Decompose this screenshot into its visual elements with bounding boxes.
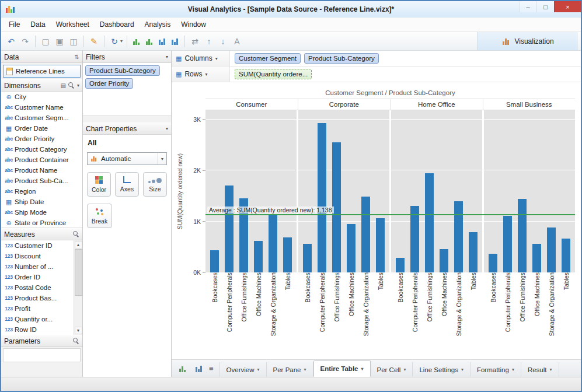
tab-formatting[interactable]: Formatting▾: [471, 362, 521, 377]
sort-ascending-icon[interactable]: ↑: [203, 35, 215, 48]
measures-scrollbar[interactable]: ▲ ▼: [74, 240, 82, 335]
dimension-customer-segm[interactable]: abcCustomer Segm...: [1, 113, 82, 123]
measure-postal-code[interactable]: 123Postal Code: [1, 282, 74, 293]
columns-shelf-header[interactable]: ▦ Columns ▾: [172, 51, 230, 66]
new-worksheet-icon[interactable]: ▢: [39, 35, 52, 48]
chevron-down-icon[interactable]: ▾: [77, 83, 79, 88]
scrollbar-thumb[interactable]: [75, 249, 82, 296]
break-button[interactable]: Break: [87, 204, 112, 228]
dimension-product-sub-ca[interactable]: abcProduct Sub-Ca...: [1, 176, 82, 186]
search-icon[interactable]: [73, 231, 79, 237]
search-icon[interactable]: [68, 82, 75, 89]
menu-item-analysis[interactable]: Analysis: [140, 19, 176, 30]
dimension-city[interactable]: ⊕City: [1, 92, 82, 102]
mini-barchart-icon-1[interactable]: [133, 38, 141, 45]
tab-per-pane[interactable]: Per Pane▾: [267, 362, 313, 377]
dimension-order-date[interactable]: ▦Order Date: [1, 123, 82, 134]
bar-home-office-tables[interactable]: [469, 232, 478, 272]
dimension-product-name[interactable]: abcProduct Name: [1, 165, 82, 176]
bar-small-business-bookcases[interactable]: [489, 254, 497, 272]
tab-per-cell[interactable]: Per Cell▾: [371, 362, 413, 377]
bar-small-business-office-machines[interactable]: [532, 244, 541, 272]
bar-home-office-storage-organization[interactable]: [454, 201, 463, 272]
measure-number-of[interactable]: 123Number of ...: [1, 261, 74, 272]
swap-axes-icon[interactable]: ⇄: [189, 35, 201, 48]
measure-row-id[interactable]: 123Row ID: [1, 324, 74, 335]
chevron-down-icon[interactable]: ▾: [166, 126, 168, 131]
reference-line[interactable]: [205, 214, 575, 215]
bar-consumer-bookcases[interactable]: [210, 250, 219, 272]
updown-icon[interactable]: ⇅: [75, 54, 79, 60]
bar-small-business-tables[interactable]: [562, 239, 570, 272]
bar-corporate-bookcases[interactable]: [303, 244, 312, 272]
mini-barchart-icon-4[interactable]: [171, 38, 179, 45]
dimension-ship-mode[interactable]: abcShip Mode: [1, 207, 82, 218]
bar-corporate-computer-peripherals[interactable]: [318, 123, 326, 272]
dimension-product-category[interactable]: abcProduct Category: [1, 144, 82, 155]
scroll-down-icon[interactable]: ▼: [75, 327, 82, 334]
sort-descending-icon[interactable]: ↓: [217, 35, 229, 48]
bar-consumer-storage-organization[interactable]: [269, 215, 277, 272]
rows-pill-sum-quantity-ordere[interactable]: SUM(Quantity ordere...: [235, 69, 312, 79]
datasource-item[interactable]: Reference Lines: [3, 65, 81, 78]
axes-button[interactable]: Axes: [115, 172, 139, 197]
duplicate-view-icon[interactable]: [195, 365, 203, 372]
bar-home-office-office-furnishings[interactable]: [425, 173, 434, 272]
bar-corporate-office-machines[interactable]: [347, 224, 356, 272]
dimension-region[interactable]: abcRegion: [1, 186, 82, 197]
color-button[interactable]: Color: [87, 172, 111, 197]
columns-pill-customer-segment[interactable]: Customer Segment: [235, 53, 301, 64]
bar-consumer-computer-peripherals[interactable]: [225, 186, 234, 272]
menu-item-file[interactable]: File: [4, 19, 25, 30]
undo-icon[interactable]: ↶: [5, 35, 18, 48]
refresh-dropdown-icon[interactable]: ▾: [120, 38, 123, 44]
bar-small-business-computer-peripherals[interactable]: [503, 216, 512, 272]
search-icon[interactable]: [73, 338, 79, 344]
columns-pill-product-sub-category[interactable]: Product Sub-Category: [304, 53, 379, 64]
menu-item-dashboard[interactable]: Dashboard: [95, 19, 140, 30]
mini-barchart-icon-3[interactable]: [158, 38, 166, 45]
list-view-icon[interactable]: ≡: [209, 364, 214, 373]
minimize-button[interactable]: –: [519, 1, 536, 12]
measure-discount[interactable]: 123Discount: [1, 251, 74, 261]
measure-product-bas[interactable]: 123Product Bas...: [1, 293, 74, 303]
dimension-product-container[interactable]: abcProduct Container: [1, 155, 82, 165]
tab-entire-table[interactable]: Entire Table▾: [313, 360, 371, 377]
bar-corporate-tables[interactable]: [376, 218, 385, 272]
redo-icon[interactable]: ↷: [19, 35, 32, 48]
size-button[interactable]: Size: [143, 172, 167, 197]
bar-small-business-office-furnishings[interactable]: [518, 199, 527, 272]
chart-type-select[interactable]: Automatic ▾: [87, 152, 167, 165]
refresh-icon[interactable]: ↻: [108, 35, 121, 48]
dimension-customer-name[interactable]: abcCustomer Name: [1, 102, 82, 113]
hierarchy-icon[interactable]: ▤: [61, 82, 66, 89]
open-icon[interactable]: ▣: [53, 35, 66, 48]
tab-result[interactable]: Result▾: [521, 362, 559, 377]
close-button[interactable]: ×: [554, 1, 581, 12]
mini-barchart-icon-2[interactable]: [145, 38, 154, 45]
filter-pill-product-sub-category[interactable]: Product Sub-Category: [85, 65, 160, 76]
maximize-button[interactable]: □: [536, 1, 554, 12]
menu-item-data[interactable]: Data: [25, 19, 50, 30]
bar-home-office-bookcases[interactable]: [396, 258, 405, 272]
chevron-down-icon[interactable]: ▾: [166, 54, 168, 60]
dimension-ship-date[interactable]: ▦Ship Date: [1, 197, 82, 207]
filter-pill-order-priority[interactable]: Order Priority: [85, 78, 133, 89]
bar-small-business-storage-organization[interactable]: [547, 228, 556, 272]
bar-consumer-office-machines[interactable]: [254, 241, 263, 272]
save-icon[interactable]: ◫: [67, 35, 80, 48]
tab-overview[interactable]: Overview▾: [219, 362, 267, 377]
bar-home-office-office-machines[interactable]: [440, 249, 448, 272]
measure-order-id[interactable]: 123Order ID: [1, 272, 74, 282]
scroll-up-icon[interactable]: ▲: [75, 241, 82, 249]
menu-item-window[interactable]: Window: [176, 19, 211, 30]
measure-customer-id[interactable]: 123Customer ID: [1, 240, 74, 251]
dimension-state-or-province[interactable]: ⊕State or Province: [1, 218, 82, 228]
dimension-order-priority[interactable]: abcOrder Priority: [1, 134, 82, 144]
format-icon[interactable]: ✎: [88, 35, 100, 48]
tab-line-settings[interactable]: Line Settings▾: [413, 362, 471, 377]
rows-shelf-header[interactable]: ▦ Rows ▾: [172, 66, 230, 82]
measure-quantity-or[interactable]: 123Quantity or...: [1, 314, 74, 324]
bar-corporate-storage-organization[interactable]: [361, 197, 370, 272]
visualization-toggle[interactable]: Visualization: [478, 32, 578, 50]
